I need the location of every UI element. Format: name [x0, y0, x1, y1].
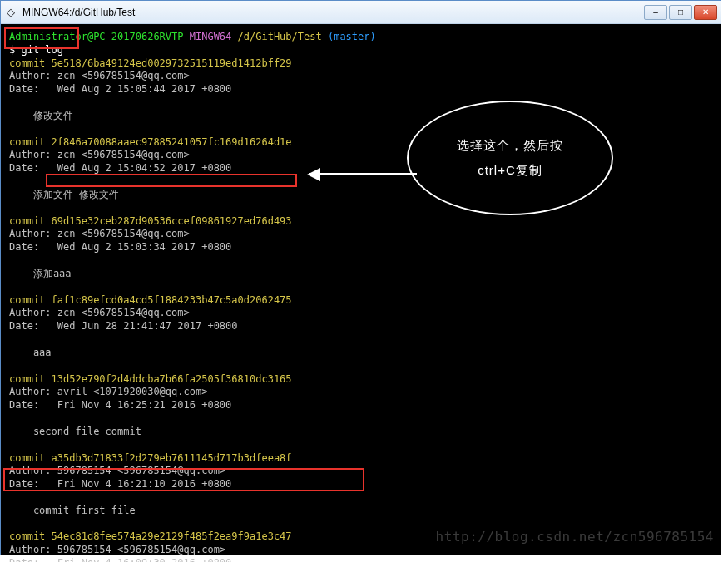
terminal-body[interactable]: Administrator@PC-20170626RVTP MINGW64 /d… — [1, 24, 721, 555]
annotation-arrow-icon — [309, 173, 417, 175]
annotation-text-2: ctrl+C复制 — [457, 158, 563, 183]
commit-line: commit 5e518/6ba49124ed0029732515119ed14… — [9, 57, 292, 69]
commit-date: Date: Wed Aug 2 15:03:34 2017 +0800 — [9, 241, 231, 253]
commit-date: Date: Fri Nov 4 16:25:21 2016 +0800 — [9, 399, 231, 411]
commit-prefix: commit — [9, 215, 52, 227]
commit-author: Author: zcn <596785154@qq.com> — [9, 228, 190, 239]
commit-msg: commit first file — [9, 505, 136, 516]
cmd-git-log: $ git log — [9, 44, 63, 56]
commit-line: commit 54ec81d8fee574a29e2129f485f2ea9f9… — [9, 530, 292, 542]
annotation-text-1: 选择这个，然后按 — [457, 133, 563, 158]
terminal-window: ◇ MINGW64:/d/GitHub/Test – □ ✕ Administr… — [0, 0, 721, 555]
commit-date: Date: Fri Nov 4 16:09:30 2016 +0800 — [9, 557, 231, 562]
commit-date: Date: Wed Aug 2 15:04:52 2017 +0800 — [9, 162, 231, 174]
close-button[interactable]: ✕ — [694, 5, 717, 20]
prompt-user: Administrator — [9, 31, 87, 42]
commit-author: Author: 596785154 <596785154@qq.com> — [9, 544, 225, 555]
window-controls: – □ ✕ — [644, 5, 717, 20]
watermark: http://blog.csdn.net/zcn596785154 — [436, 529, 714, 545]
commit-author: Author: zcn <596785154@qq.com> — [9, 70, 190, 81]
commit-author: Author: zcn <596785154@qq.com> — [9, 307, 190, 318]
commit-author: Author: zcn <596785154@qq.com> — [9, 149, 190, 160]
commit-author: Author: avril <1071920030@qq.com> — [9, 386, 207, 397]
commit-date: Date: Fri Nov 4 16:21:10 2016 +0800 — [9, 478, 231, 490]
commit-author: Author: 596785154 <596785154@qq.com> — [9, 465, 225, 476]
commit-msg: second file commit — [9, 426, 141, 437]
prompt-shell: MINGW64 — [190, 31, 238, 42]
annotation-ellipse: 选择这个，然后按 ctrl+C复制 — [407, 101, 613, 215]
minimize-button[interactable]: – — [644, 5, 667, 20]
commit-msg: 添加文件 修改文件 — [9, 189, 119, 200]
app-icon: ◇ — [4, 6, 17, 19]
commit-msg: 添加aaa — [9, 268, 72, 279]
commit-line: commit faf1c89efcd0a4cd5f1884233b47c5a0d… — [9, 294, 292, 306]
maximize-button[interactable]: □ — [669, 5, 692, 20]
commit-line: commit 2f846a70088aaec97885241057fc169d1… — [9, 136, 292, 148]
commit-line: commit a35db3d71833f2d279eb7611145d717b3… — [9, 452, 292, 464]
window-title: MINGW64:/d/GitHub/Test — [22, 7, 644, 18]
prompt-host: @PC-20170626RVTP — [87, 31, 190, 42]
commit-msg: 修改文件 — [9, 110, 73, 121]
commit-date: Date: Wed Aug 2 15:05:44 2017 +0800 — [9, 83, 231, 95]
prompt-branch: (master) — [322, 31, 376, 42]
commit-hash-highlighted[interactable]: 69d15e32ceb287d90536ccef09861927ed76d493 — [52, 215, 292, 227]
titlebar[interactable]: ◇ MINGW64:/d/GitHub/Test – □ ✕ — [1, 1, 721, 24]
commit-line: commit 13d52e790f2d4ddcba7b66fa2505f3681… — [9, 373, 292, 385]
commit-msg: aaa — [9, 347, 52, 358]
commit-date: Date: Wed Jun 28 21:41:47 2017 +0800 — [9, 320, 238, 332]
prompt-path: /d/GitHub/Test — [238, 31, 322, 42]
